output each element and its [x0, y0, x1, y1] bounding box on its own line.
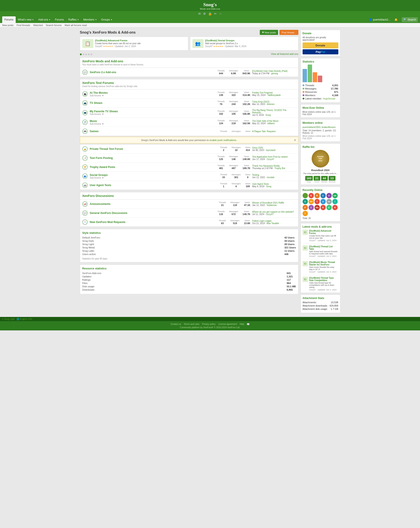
last-post-user-xenforo2[interactable]: grimeg: [271, 72, 278, 75]
last-post-link-xenforo2[interactable]: [OzzModz] User Fake Activity (Paid): [252, 70, 288, 72]
view-all-featured[interactable]: View all featured add-ons: [271, 53, 298, 55]
forum-link-xenforo2[interactable]: XenForo 2.x Add-ons: [90, 71, 116, 74]
last-post-link-music[interactable]: The Dark Side of the Moon: [252, 120, 279, 122]
avatar-5[interactable]: adr: [332, 193, 338, 198]
notification-close[interactable]: ✕: [294, 138, 296, 142]
sub-nav-new-posts[interactable]: New posts: [2, 24, 13, 26]
donate-button[interactable]: Donate: [303, 42, 338, 48]
last-post-user-music[interactable]: willlamt: [267, 122, 274, 125]
mod-title-3[interactable]: [OzzModz] Thread Type Vote Competition: [309, 277, 334, 282]
post-thread-button[interactable]: Post thread...: [279, 30, 298, 35]
featured-title-1[interactable]: [OzzModz] Social Groups: [205, 39, 247, 42]
avatar-13[interactable]: S: [308, 205, 314, 210]
last-post-user-user-agent[interactable]: Snog: [266, 185, 271, 188]
forum-link-at-the-movies[interactable]: At The Movies: [90, 91, 108, 94]
latest-member-link[interactable]: HugoSinclair: [323, 97, 335, 100]
nav-user[interactable]: 👤 puertoblack2...: [369, 18, 390, 21]
avatar-16[interactable]: E: [326, 205, 332, 210]
avatar-7[interactable]: Vel: [308, 199, 314, 204]
forum-link-test-form-posting[interactable]: Test Form Posting: [90, 156, 113, 160]
footer-license-agreement[interactable]: License agreement: [218, 323, 237, 325]
avatar-0[interactable]: 🌿: [303, 193, 308, 198]
last-post-link-announcements[interactable]: Winner of Roundbuit 2021 Raffle: [252, 202, 284, 204]
lock-icon[interactable]: 🔒: [208, 12, 212, 15]
avatar-10[interactable]: tra: [326, 199, 332, 204]
forum-link-general-xenforo[interactable]: General XenForo Discussions: [90, 212, 128, 215]
footer-style-link[interactable]: ✏ Snog Light: [2, 318, 15, 320]
forum-link-new-xenforo-mod-requests[interactable]: New XenForo Mod Requests: [90, 221, 125, 224]
new-posts-button[interactable]: ✚ New posts: [260, 30, 278, 35]
last-post-link-fav-tv[interactable]: The Big Bang Theory: S11E02 The Retracti…: [252, 109, 286, 114]
nav-item-members[interactable]: Members ▼: [81, 16, 99, 23]
nav-item-whats-new[interactable]: What's new ▼: [16, 16, 36, 23]
nav-item-forums[interactable]: Forums: [2, 16, 16, 23]
nav-item-groups[interactable]: Groups ▼: [99, 16, 114, 23]
sub-nav-watched[interactable]: Watched: [33, 24, 43, 26]
forum-sub-social-groups[interactable]: Sub-forums ▼: [90, 177, 218, 179]
last-post-link-trophy[interactable]: Thank You Narayana Reddy: [252, 165, 280, 167]
paypal-button[interactable]: PayPal: [303, 49, 338, 54]
avatar-12[interactable]: P: [303, 205, 308, 210]
nav-search-btn[interactable]: 🔍 Search: [402, 17, 418, 22]
nav-item-raffles[interactable]: Raffles ▼: [66, 16, 81, 23]
last-post-link-social-groups[interactable]: Testing: [252, 174, 259, 176]
nav-bell[interactable]: 🔔: [392, 16, 400, 23]
avatar-17[interactable]: R: [332, 205, 338, 210]
forum-sub-my-fav-tv[interactable]: Sub-forums ▼: [90, 113, 216, 115]
settings-icon[interactable]: ⚙: [203, 12, 206, 15]
footer-privacy-policy[interactable]: Privacy policy: [202, 323, 216, 325]
avatar-14[interactable]: Ma: [315, 205, 320, 210]
last-post-user-movies[interactable]: TabBooyakah: [267, 94, 281, 96]
forum-link-social-groups[interactable]: Social Groups: [90, 173, 108, 177]
footer-language-link[interactable]: 🌐 English (US): [17, 318, 32, 320]
avatar-1[interactable]: B: [308, 193, 314, 198]
last-post-user-general-xenforo[interactable]: Ozzy47: [266, 213, 273, 216]
forum-sub-music[interactable]: Sub-forums ▼: [90, 123, 216, 125]
push-notifications-link[interactable]: enable push notifications.: [209, 139, 237, 142]
avatar-6[interactable]: G: [303, 199, 308, 204]
member-link-brake4boxes[interactable]: brake4boxes: [322, 126, 335, 128]
featured-title-0[interactable]: [OzzModz] Advanced Forms: [95, 39, 141, 42]
forum-link-announcements[interactable]: Announcements: [90, 203, 111, 205]
mod-title-0[interactable]: [OzzModz] Advanced Forms: [309, 230, 331, 235]
member-link-puertoblack2003[interactable]: puertoblack2003: [303, 126, 320, 128]
avatar-15[interactable]: R: [320, 205, 326, 210]
mod-title-1[interactable]: [OzzModz] Thread List Tabs: [309, 245, 333, 250]
last-post-user-mod-requests[interactable]: Max Taxable: [267, 222, 279, 225]
footer-rss[interactable]: 📰: [247, 323, 250, 325]
forum-sub-at-the-movies[interactable]: Sub-forums ▼: [90, 94, 216, 97]
edit-icon[interactable]: ✏: [214, 12, 217, 15]
forum-link-private-thread-test[interactable]: Private Thread Test Forum: [90, 147, 123, 151]
avatar-4[interactable]: D: [326, 193, 332, 198]
footer-terms-and-rules[interactable]: Terms and rules: [184, 323, 199, 325]
avatar-8[interactable]: T: [315, 199, 320, 204]
last-post-link-games[interactable]: A Plague Tale: Requiem: [252, 130, 276, 132]
last-post-user-private-thread[interactable]: top1stash: [266, 149, 275, 151]
last-post-link-private-thread[interactable]: Gesy (320): [252, 146, 263, 149]
last-post-user-social-groups[interactable]: nicodak: [267, 176, 274, 179]
mail-icon[interactable]: ✉: [198, 12, 201, 15]
avatar-18[interactable]: T: [303, 211, 308, 216]
nav-item-addons[interactable]: Add-ons ▼: [36, 16, 53, 23]
raffle-image[interactable]: ROUNDTUIT2024: [312, 150, 329, 168]
avatar-3[interactable]: S: [320, 193, 326, 198]
last-post-link-tv[interactable]: Tulsa King (2022): [252, 101, 270, 103]
last-post-link-general-xenforo[interactable]: Where do you get support on this website…: [252, 211, 294, 213]
last-post-user-trophy[interactable]: Trophy Bot: [274, 167, 285, 169]
last-post-user-tv[interactable]: Artenen: [267, 103, 274, 105]
last-post-user-fav-tv[interactable]: Snog: [265, 114, 271, 116]
forum-link-trophy-award-posts[interactable]: Trophy Award Posts: [90, 166, 115, 169]
footer-help[interactable]: Help: [240, 323, 244, 325]
forum-link-music[interactable]: Music: [90, 120, 97, 123]
avatar-2[interactable]: R: [315, 193, 320, 198]
forum-link-games[interactable]: Games: [90, 130, 99, 133]
mod-title-2[interactable]: [OzzModz] Music Thread Starter for XenFo…: [309, 261, 335, 266]
last-post-user-test-form[interactable]: Ozzy47: [267, 158, 274, 160]
last-post-link-mod-requests[interactable]: Failed Login Logger: [252, 220, 272, 222]
last-post-link-movies[interactable]: Freddy Got Fingered: [252, 92, 272, 94]
avatar-11[interactable]: I: [332, 199, 338, 204]
switch-icon[interactable]: ↔: [219, 12, 222, 15]
footer-contact-us[interactable]: Contact us: [170, 323, 181, 325]
sub-nav-find-threads[interactable]: Find threads: [17, 24, 30, 26]
nav-item-forums2[interactable]: Forums: [53, 16, 66, 23]
